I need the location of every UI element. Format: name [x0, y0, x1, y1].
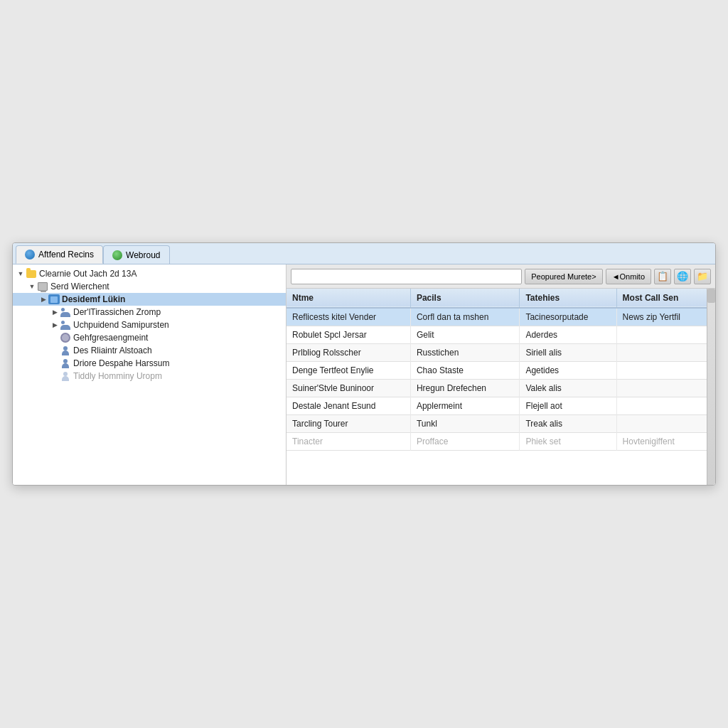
table-row[interactable]: Destale Jenant EsundApplermeintFlejell a…	[287, 397, 707, 415]
tab-aftfend-recins[interactable]: Aftfend Recins	[16, 245, 103, 264]
table-container: Ntme Pacils Tatehies Most Call Sen Refli…	[287, 289, 707, 485]
tree-label-4: Der'lTirassichen Zromp	[73, 307, 161, 317]
cell-6-1: Tunkl	[410, 415, 519, 433]
tree-node-4[interactable]: Der'lTirassichen Zromp	[13, 306, 286, 318]
cell-2-3	[616, 344, 707, 362]
cell-5-3	[616, 397, 707, 415]
cell-0-1: Corfl dan ta mshen	[410, 308, 519, 326]
tree-node-3[interactable]: Desidemf Lükin	[13, 293, 286, 306]
cell-1-2: Aderdes	[520, 326, 616, 344]
tab-bar: Aftfend Recins Webroud	[13, 243, 715, 264]
table-row[interactable]: Reflicests kitel VenderCorfl dan ta mshe…	[287, 308, 707, 326]
tree-toggle-3[interactable]	[38, 294, 48, 304]
table-row[interactable]: Denge Tertfeot EnylieChao StasteAgetides	[287, 362, 707, 380]
folder-open-icon: 📁	[697, 271, 708, 282]
tab-webroud[interactable]: Webroud	[103, 245, 169, 264]
folder-icon-1	[26, 269, 37, 279]
tree-toggle-2[interactable]	[27, 282, 37, 291]
populated-murete-label: Peopured Murete>	[531, 272, 596, 281]
cell-3-1: Chao Staste	[410, 362, 519, 380]
cell-5-0: Destale Jenant Esund	[287, 397, 410, 415]
tree-label-7: Des Rliaintr Alstoach	[73, 346, 152, 355]
highlight-icon-3	[48, 294, 60, 304]
table-scrollbar[interactable]	[707, 289, 715, 485]
tree-label-3: Desidemf Lükin	[62, 294, 125, 304]
onmito-label: ◄Onmito	[612, 272, 645, 281]
person-icon-9	[60, 371, 71, 381]
table-row[interactable]: Prlbliog RolsscherRusstichenSiriell alis	[287, 344, 707, 362]
tree-toggle-1[interactable]	[16, 269, 26, 279]
cell-2-1: Russtichen	[410, 344, 519, 362]
table-wrapper: Ntme Pacils Tatehies Most Call Sen Refli…	[287, 289, 715, 485]
search-input[interactable]	[291, 269, 522, 284]
cell-3-3	[616, 362, 707, 380]
tree-scroll-area: Clearnie Out Jach 2d 13A Serd Wierchent …	[13, 264, 286, 385]
main-layout: Clearnie Out Jach 2d 13A Serd Wierchent …	[13, 264, 715, 485]
col-header-tatehies[interactable]: Tatehies	[520, 289, 616, 308]
cell-5-2: Flejell aot	[520, 397, 616, 415]
table-row[interactable]: Suiner'Stvle BuninoorHregun DrefechenVal…	[287, 380, 707, 397]
tab-icon-blue	[25, 250, 35, 259]
col-header-ntme[interactable]: Ntme	[287, 289, 410, 308]
tab-label-2: Webroud	[126, 250, 160, 260]
cell-0-3: News zip Yertfil	[616, 308, 707, 326]
tree-label-8: Driore Despahe Harssum	[73, 358, 169, 368]
cell-1-1: Gelit	[410, 326, 519, 344]
populated-murete-button[interactable]: Peopured Murete>	[525, 269, 602, 284]
cell-0-0: Reflicests kitel Vender	[287, 308, 410, 326]
group-icon-4	[60, 307, 71, 317]
cell-6-2: Treak alis	[520, 415, 616, 433]
cell-3-0: Denge Tertfeot Enylie	[287, 362, 410, 380]
onmito-button[interactable]: ◄Onmito	[606, 269, 651, 284]
cell-4-1: Hregun Drefechen	[410, 380, 519, 397]
cell-0-2: Tacinesorputade	[520, 308, 616, 326]
cell-2-0: Prlbliog Rolsscher	[287, 344, 410, 362]
table-row[interactable]: Robulet Spcl JersarGelitAderdes	[287, 326, 707, 344]
tree-node-1[interactable]: Clearnie Out Jach 2d 13A	[13, 267, 286, 280]
person-icon-8	[60, 358, 71, 368]
col-header-pacils[interactable]: Pacils	[410, 289, 519, 308]
tab-icon-green	[112, 250, 122, 260]
tree-node-7[interactable]: Des Rliaintr Alstoach	[13, 344, 286, 357]
icon-btn-1[interactable]: 📋	[654, 269, 671, 284]
tree-label-9: Tiddly Homminy Uropm	[73, 371, 162, 381]
cell-6-0: Tarcling Tourer	[287, 415, 410, 433]
cell-4-0: Suiner'Stvle Buninoor	[287, 380, 410, 397]
cell-7-3: Hovtenigiffent	[616, 433, 707, 451]
tree-node-6[interactable]: Gehfgresaengmeint	[13, 331, 286, 344]
table-header-row: Ntme Pacils Tatehies Most Call Sen	[287, 289, 707, 308]
data-table: Ntme Pacils Tatehies Most Call Sen Refli…	[287, 289, 707, 451]
cell-5-1: Applermeint	[410, 397, 519, 415]
cell-1-0: Robulet Spcl Jersar	[287, 326, 410, 344]
tree-toggle-5[interactable]	[50, 320, 60, 330]
cell-4-3	[616, 380, 707, 397]
icon-btn-2[interactable]: 🌐	[674, 269, 691, 284]
tab-label-1: Aftfend Recins	[38, 250, 94, 259]
tree-node-8[interactable]: Driore Despahe Harssum	[13, 357, 286, 370]
tree-node-9[interactable]: Tiddly Homminy Uropm	[13, 370, 286, 382]
col-header-most-call[interactable]: Most Call Sen	[616, 289, 707, 308]
tree-label-2: Serd Wierchent	[50, 282, 109, 291]
cell-7-2: Phiek set	[520, 433, 616, 451]
table-row[interactable]: TinacterProffacePhiek setHovtenigiffent	[287, 433, 707, 451]
computer-icon-2	[37, 282, 48, 291]
table-row[interactable]: Tarcling TourerTunklTreak alis	[287, 415, 707, 433]
cell-4-2: Valek alis	[520, 380, 616, 397]
cell-7-1: Profface	[410, 433, 519, 451]
tree-label-6: Gehfgresaengmeint	[73, 333, 148, 343]
toolbar: Peopured Murete> ◄Onmito 📋 🌐 📁	[287, 264, 715, 289]
group-icon-5	[60, 320, 71, 330]
tree-toggle-4[interactable]	[50, 307, 60, 317]
globe-icon: 🌐	[677, 271, 688, 282]
tree-node-5[interactable]: Uchpuidend Samipursten	[13, 318, 286, 331]
person-icon-7	[60, 346, 71, 355]
cell-7-0: Tinacter	[287, 433, 410, 451]
right-panel: Peopured Murete> ◄Onmito 📋 🌐 📁	[287, 264, 715, 485]
clipboard-icon: 📋	[657, 271, 668, 282]
cell-3-2: Agetides	[520, 362, 616, 380]
tree-node-2[interactable]: Serd Wierchent	[13, 280, 286, 293]
tree-panel: Clearnie Out Jach 2d 13A Serd Wierchent …	[13, 264, 287, 485]
app-window: Aftfend Recins Webroud Clearnie Out Jach…	[12, 242, 716, 486]
cell-6-3	[616, 415, 707, 433]
icon-btn-3[interactable]: 📁	[694, 269, 711, 284]
